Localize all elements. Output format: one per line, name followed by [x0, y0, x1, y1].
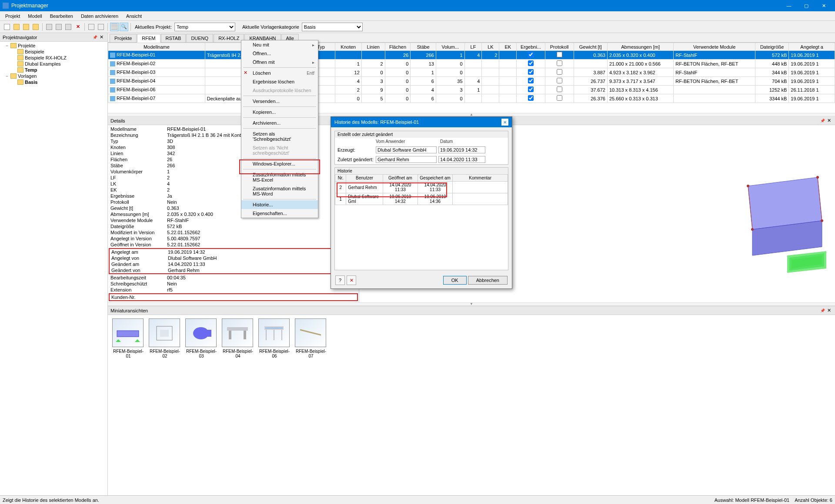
project-tree[interactable]: –ProjekteBeispieleBeispiele RX-HOLZDluba… [0, 42, 107, 495]
tree-node[interactable]: –Projekte [2, 43, 106, 49]
tree-node[interactable]: Beispiele RX-HOLZ [2, 55, 106, 61]
table-row[interactable]: RFEM-Beispiel-07Deckenplatte auf Stützen… [108, 94, 835, 103]
table-row[interactable]: RFEM-Beispiel-04430635426.7379.373 x 3.7… [108, 77, 835, 86]
grid-header[interactable]: EK [499, 43, 517, 51]
grid-header[interactable]: Dateigröße [755, 43, 788, 51]
folder2-button[interactable] [22, 23, 30, 31]
tree-node[interactable]: Basis [2, 79, 106, 85]
grid-header[interactable]: Knoten [335, 43, 361, 51]
pin-icon[interactable]: 📌 [92, 35, 98, 40]
help-button[interactable]: ? [335, 275, 345, 285]
preview-3d-view[interactable] [735, 169, 831, 294]
menu-item[interactable]: Archivieren... [241, 119, 318, 127]
open-folder-button[interactable] [12, 23, 21, 31]
grid-header[interactable]: Stäbe [411, 43, 436, 51]
collapse-handle-mid[interactable]: ▼ [108, 302, 835, 306]
pin-icon[interactable]: 📌 [819, 119, 826, 123]
table-row[interactable]: RFEM-Beispiel-0212013021.000 x 21.000 x … [108, 60, 835, 68]
menu-item[interactable]: Kopieren... [241, 108, 318, 116]
grid-header[interactable]: Verwendete Module [674, 43, 755, 51]
dialog-titlebar[interactable]: Historie des Modells: RFEM-Beispiel-01 ✕ [331, 117, 512, 127]
grid-header[interactable]: Angelegt a [789, 43, 835, 51]
history-row[interactable]: 2Gerhard Rehm14.04.2020 11:3314.04.2020 … [335, 182, 508, 193]
navigator-close-icon[interactable]: ✕ [98, 34, 105, 40]
detail-row: Geändert am14.04.2020 11:33 [110, 261, 357, 267]
cut-button[interactable] [64, 23, 73, 31]
grid-header[interactable]: Gewicht [t] [574, 43, 607, 51]
pin-icon[interactable]: 📌 [819, 308, 826, 313]
model-grid[interactable]: ModellnameBezeichnungTypKnotenLinienFläc… [108, 43, 835, 113]
dialog-close-icon[interactable]: ✕ [501, 119, 508, 126]
menu-item[interactable]: Öffnen mit▸ [241, 58, 318, 66]
table-row[interactable]: RFEM-Beispiel-031200103.8874.923 x 3.182… [108, 68, 835, 77]
tree-node[interactable]: Temp [2, 67, 106, 73]
menu-item[interactable]: Neu mit▸ [241, 40, 318, 49]
template-category-select[interactable]: Basis [302, 23, 363, 31]
collapse-handle-top[interactable]: ▲ [108, 113, 835, 116]
props-button[interactable] [97, 23, 105, 31]
minimize-button[interactable]: — [780, 0, 798, 11]
tab-projekte[interactable]: Projekte [110, 34, 137, 42]
copy-button[interactable] [45, 23, 53, 31]
new-button[interactable] [3, 23, 11, 31]
maximize-button[interactable]: ▢ [798, 0, 815, 11]
menu-daten archivieren[interactable]: Daten archivieren [77, 13, 122, 20]
thumbnail[interactable]: RFEM-Beispiel-01 [112, 318, 144, 358]
view-list-button[interactable] [110, 23, 119, 31]
menu-item[interactable]: Eigenschaften... [241, 209, 318, 218]
paste-button[interactable] [54, 23, 63, 31]
grid-header[interactable]: Linien [361, 43, 385, 51]
menu-item[interactable]: Historie... [241, 200, 318, 209]
cancel-button[interactable]: Abbrechen [468, 276, 508, 285]
close-button[interactable]: ✕ [815, 0, 832, 11]
grid-header[interactable]: Modellname [108, 43, 205, 51]
folder3-button[interactable] [31, 23, 40, 31]
grid-header[interactable]: Volum... [436, 43, 464, 51]
thumbs-close-icon[interactable]: ✕ [826, 308, 832, 313]
preview-close-icon[interactable]: ✕ [826, 118, 832, 123]
grid-header[interactable]: LK [482, 43, 499, 51]
tree-node[interactable]: Beispiele [2, 49, 106, 55]
menu-item[interactable]: Windows-Explorer... [241, 159, 318, 168]
current-project-select[interactable]: Temp [174, 23, 235, 31]
menu-item[interactable]: Zusatzinformation mittels MS-Excel [241, 170, 318, 184]
tab-rx-holz[interactable]: RX-HOLZ [214, 34, 244, 42]
tab-rfem[interactable]: RFEM [137, 34, 160, 43]
svg-rect-19 [229, 331, 231, 339]
table-row[interactable]: RFEM-Beispiel-0629043137.67210.313 x 8.3… [108, 86, 835, 94]
tree-node[interactable]: Dlubal Examples [2, 61, 106, 67]
menu-item[interactable]: Zusatzinformation mittels MS-Word [241, 184, 318, 198]
thumbnail[interactable]: RFEM-Beispiel-04 [222, 318, 254, 358]
menu-item[interactable]: Ergebnisse löschen [241, 77, 318, 86]
grid-header[interactable]: LF [464, 43, 482, 51]
grid-header[interactable]: Abmessungen [m] [607, 43, 673, 51]
thumbnail[interactable]: RFEM-Beispiel-02 [149, 318, 181, 358]
view-search-button[interactable]: 🔍 [120, 23, 128, 31]
delete-history-button[interactable]: ✕ [347, 275, 356, 285]
tab-rstab[interactable]: RSTAB [161, 34, 186, 42]
thumbnail[interactable]: RFEM-Beispiel-03 [185, 318, 217, 358]
history-table[interactable]: Nr.BenutzerGeöffnet amGespeichert amKomm… [335, 174, 508, 205]
grid-header[interactable]: Protokoll [545, 43, 574, 51]
menu-item[interactable]: Setzen als 'Schreibgeschützt' [241, 129, 318, 143]
menu-modell[interactable]: Modell [24, 13, 45, 20]
svg-marker-13 [135, 339, 140, 342]
menu-ansicht[interactable]: Ansicht [123, 13, 145, 20]
menu-bearbeiten[interactable]: Bearbeiten [47, 13, 77, 20]
menu-item[interactable]: ✕LöschenEntf [241, 69, 318, 77]
context-menu[interactable]: Neu mit▸Öffnen...Öffnen mit▸✕LöschenEntf… [241, 40, 318, 218]
tree-node[interactable]: –Vorlagen [2, 73, 106, 79]
tab-duenq[interactable]: DUENQ [186, 34, 213, 42]
grid-header[interactable]: Ergebni... [517, 43, 545, 51]
menu-item[interactable]: Versenden... [241, 97, 318, 106]
ok-button[interactable]: OK [443, 276, 467, 285]
grid-header[interactable]: Flächen [385, 43, 411, 51]
delete-button[interactable]: ✕ [73, 23, 82, 31]
thumbnail[interactable]: RFEM-Beispiel-07 [295, 318, 327, 358]
thumbnail[interactable]: RFEM-Beispiel-06 [258, 318, 291, 358]
menu-projekt[interactable]: Projekt [2, 13, 23, 20]
table-row[interactable]: RFEM-Beispiel-01Trägerstoß IH 2.1 B 36 2… [108, 51, 835, 60]
copy2-button[interactable] [87, 23, 96, 31]
history-row[interactable]: 1Dlubal Software Gml19.06.2019 14:3219.0… [335, 193, 508, 205]
menu-item[interactable]: Öffnen... [241, 49, 318, 58]
